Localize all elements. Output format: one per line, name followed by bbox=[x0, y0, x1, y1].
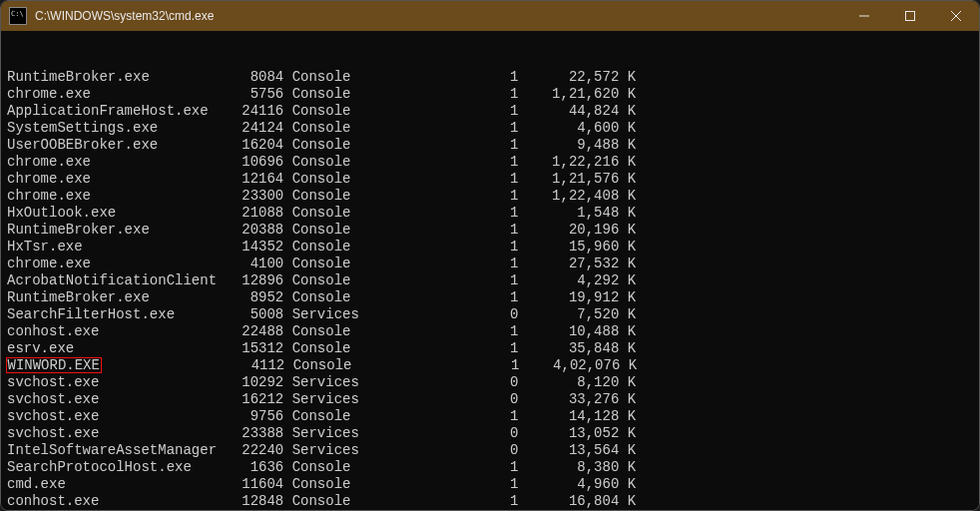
window-title: C:\WINDOWS\system32\cmd.exe bbox=[35, 9, 841, 23]
process-row: SystemSettings.exe 24124 Console 1 4,600… bbox=[7, 120, 973, 137]
highlighted-process: WINWORD.EXE bbox=[6, 357, 102, 373]
process-row: svchost.exe 16212 Services 0 33,276 K bbox=[7, 391, 973, 408]
process-row: HxOutlook.exe 21088 Console 1 1,548 K bbox=[7, 205, 973, 222]
process-row: RuntimeBroker.exe 8084 Console 1 22,572 … bbox=[7, 69, 973, 86]
process-row: UserOOBEBroker.exe 16204 Console 1 9,488… bbox=[7, 137, 973, 154]
titlebar[interactable]: C:\WINDOWS\system32\cmd.exe bbox=[1, 1, 979, 31]
process-row: svchost.exe 10292 Services 0 8,120 K bbox=[7, 374, 973, 391]
process-row: svchost.exe 9756 Console 1 14,128 K bbox=[7, 408, 973, 425]
process-row: RuntimeBroker.exe 8952 Console 1 19,912 … bbox=[7, 289, 973, 306]
terminal-area[interactable]: RuntimeBroker.exe 8084 Console 1 22,572 … bbox=[1, 31, 979, 510]
process-row: esrv.exe 15312 Console 1 35,848 K bbox=[7, 340, 973, 357]
process-row: cmd.exe 11604 Console 1 4,960 K bbox=[7, 476, 973, 493]
process-row: HxTsr.exe 14352 Console 1 15,960 K bbox=[7, 239, 973, 256]
process-row: SearchFilterHost.exe 5008 Services 0 7,5… bbox=[7, 306, 973, 323]
process-row: chrome.exe 10696 Console 1 1,22,216 K bbox=[7, 154, 973, 171]
process-row: SearchProtocolHost.exe 1636 Console 1 8,… bbox=[7, 459, 973, 476]
process-row: ApplicationFrameHost.exe 24116 Console 1… bbox=[7, 103, 973, 120]
app-icon bbox=[9, 7, 27, 25]
minimize-button[interactable] bbox=[841, 1, 887, 31]
process-row: WINWORD.EXE 4112 Console 1 4,02,076 K bbox=[7, 357, 973, 374]
close-button[interactable] bbox=[933, 1, 979, 31]
svg-rect-1 bbox=[906, 12, 915, 21]
process-row: conhost.exe 12848 Console 1 16,804 K bbox=[7, 493, 973, 510]
process-row: chrome.exe 23300 Console 1 1,22,408 K bbox=[7, 188, 973, 205]
process-row: svchost.exe 23388 Services 0 13,052 K bbox=[7, 425, 973, 442]
process-row: RuntimeBroker.exe 20388 Console 1 20,196… bbox=[7, 222, 973, 239]
maximize-button[interactable] bbox=[887, 1, 933, 31]
process-row: conhost.exe 22488 Console 1 10,488 K bbox=[7, 323, 973, 340]
process-row: chrome.exe 12164 Console 1 1,21,576 K bbox=[7, 171, 973, 188]
process-row: chrome.exe 5756 Console 1 1,21,620 K bbox=[7, 86, 973, 103]
process-row: AcrobatNotificationClient 12896 Console … bbox=[7, 272, 973, 289]
process-row: IntelSoftwareAssetManager 22240 Services… bbox=[7, 442, 973, 459]
cmd-window: C:\WINDOWS\system32\cmd.exe RuntimeBroke… bbox=[0, 0, 980, 511]
process-row: chrome.exe 4100 Console 1 27,532 K bbox=[7, 256, 973, 272]
